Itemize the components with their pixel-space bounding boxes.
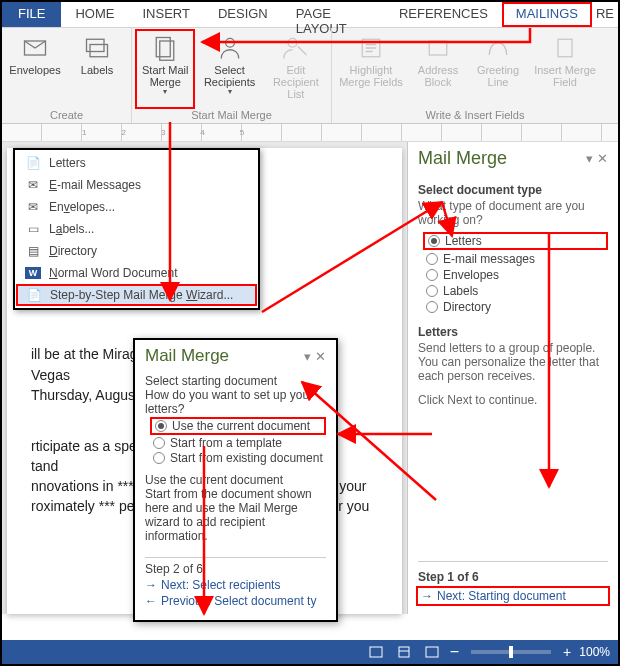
menu-item-wizard[interactable]: 📄 Step-by-Step Mail Merge Wizard... [16, 284, 257, 306]
radio-email-messages[interactable]: E-mail messages [426, 252, 608, 266]
greeting-line-button: Greeting Line [470, 30, 526, 108]
tab-design[interactable]: DESIGN [204, 2, 282, 27]
envelopes-button[interactable]: Envelopes [6, 30, 64, 108]
radio-envelopes[interactable]: Envelopes [426, 268, 608, 282]
start-mail-merge-menu: 📄 Letters ✉ E-mail Messages ✉ Envelopes.… [13, 148, 260, 310]
next-select-recipients-link[interactable]: → Next: Select recipients [145, 578, 326, 592]
tab-insert[interactable]: INSERT [128, 2, 203, 27]
ribbon: Envelopes Labels Create Start Mail Merge… [2, 28, 618, 124]
group-write-fields: Highlight Merge Fields Address Block Gre… [332, 28, 618, 123]
letters-desc: Send letters to a group of people. You c… [418, 341, 608, 383]
svg-rect-1 [87, 39, 105, 51]
tab-references[interactable]: REFERENCES [385, 2, 502, 27]
mail-icon: ✉ [25, 178, 41, 192]
start-mail-merge-button[interactable]: Start Mail Merge ▾ [136, 30, 194, 108]
radio-use-current[interactable]: Use the current document [150, 417, 326, 435]
zoom-plus[interactable]: + [563, 644, 571, 660]
radio-from-existing[interactable]: Start from existing document [153, 451, 326, 465]
tab-file[interactable]: FILE [2, 2, 61, 27]
ruler-mark: 2 [121, 128, 125, 137]
close-icon[interactable]: ✕ [597, 151, 608, 166]
click-next-text: Click Next to continue. [418, 393, 608, 407]
view-web-icon[interactable] [422, 643, 442, 661]
doc-text: roximately *** pe [31, 498, 135, 514]
group-create-caption: Create [6, 108, 127, 121]
tab-mailings[interactable]: MAILINGS [502, 2, 592, 27]
group-create: Envelopes Labels Create [2, 28, 132, 123]
chevron-down-icon: ▾ [228, 88, 232, 97]
section-letters: Letters [418, 325, 608, 339]
doc-text: Thursday, August [31, 387, 139, 403]
radio-icon [428, 235, 440, 247]
menu-label: Labels... [49, 222, 94, 236]
labels-button[interactable]: Labels [68, 30, 126, 108]
select-recipients-button[interactable]: Select Recipients ▾ [198, 30, 260, 108]
question-starting-doc: How do you want to set up your letters? [145, 388, 326, 416]
view-print-icon[interactable] [394, 643, 414, 661]
tab-home[interactable]: HOME [61, 2, 128, 27]
group-start-mail-merge: Start Mail Merge ▾ Select Recipients ▾ E… [132, 28, 332, 123]
highlight-merge-fields-button: Highlight Merge Fields [336, 30, 406, 108]
svg-rect-13 [426, 647, 438, 657]
select-recipients-label: Select Recipients [204, 64, 255, 88]
ruler-mark: 5 [240, 128, 244, 137]
greeting-line-label: Greeting Line [477, 64, 519, 88]
radio-icon [426, 301, 438, 313]
start-mail-merge-label: Start Mail Merge [142, 64, 188, 88]
doc-text: r you [338, 498, 369, 514]
mail-merge-pane-step2: Mail Merge ▾ ✕ Select starting document … [133, 338, 338, 622]
ruler: 1 2 3 4 5 [2, 124, 618, 142]
pane-title: Mail Merge [145, 346, 229, 366]
envelope-icon: ✉ [25, 200, 41, 214]
menu-item-directory[interactable]: ▤ Directory [15, 240, 258, 262]
radio-icon [426, 269, 438, 281]
next-link-label: Next: Starting document [437, 589, 566, 603]
insert-merge-field-label: Insert Merge Field [534, 64, 596, 88]
menu-item-normal-word-doc[interactable]: W Normal Word Document [15, 262, 258, 284]
step-indicator: Step 2 of 6 [145, 562, 326, 576]
menu-item-labels[interactable]: ▭ Labels... [15, 218, 258, 240]
zoom-slider[interactable] [471, 650, 551, 654]
radio-letters[interactable]: Letters [423, 232, 608, 250]
radio-label: Directory [443, 300, 491, 314]
svg-rect-2 [90, 45, 108, 57]
radio-label: Envelopes [443, 268, 499, 282]
step-indicator: Step 1 of 6 [418, 570, 608, 584]
word-icon: W [25, 267, 41, 279]
menu-label: Directory [49, 244, 97, 258]
radio-icon [426, 285, 438, 297]
view-readmode-icon[interactable] [366, 643, 386, 661]
menu-label: Normal Word Document [49, 266, 178, 280]
close-icon[interactable]: ✕ [315, 349, 326, 364]
highlight-fields-label: Highlight Merge Fields [339, 64, 403, 88]
arrow-right-icon: → [421, 589, 433, 603]
next-starting-document-link[interactable]: → Next: Starting document [418, 588, 608, 604]
section-select-doc-type: Select document type [418, 183, 608, 197]
address-block-label: Address Block [418, 64, 458, 88]
menu-item-envelopes[interactable]: ✉ Envelopes... [15, 196, 258, 218]
radio-labels[interactable]: Labels [426, 284, 608, 298]
zoom-minus[interactable]: − [450, 643, 459, 661]
group-start-caption: Start Mail Merge [136, 108, 327, 121]
radio-icon [426, 253, 438, 265]
insert-merge-field-button: Insert Merge Field [530, 30, 600, 108]
radio-label: Letters [445, 234, 482, 248]
edit-recipient-list-label: Edit Recipient List [265, 64, 327, 100]
pane-dropdown-icon[interactable]: ▾ [586, 151, 593, 166]
zoom-level[interactable]: 100% [579, 645, 610, 659]
doc-text: rticipate as a spea [31, 438, 145, 454]
menu-item-letters[interactable]: 📄 Letters [15, 152, 258, 174]
ribbon-tabs: FILE HOME INSERT DESIGN PAGE LAYOUT REFE… [2, 2, 618, 28]
pane-dropdown-icon[interactable]: ▾ [304, 349, 311, 364]
envelopes-label: Envelopes [9, 64, 60, 76]
radio-from-template[interactable]: Start from a template [153, 436, 326, 450]
radio-label: Labels [443, 284, 478, 298]
radio-directory[interactable]: Directory [426, 300, 608, 314]
radio-label: E-mail messages [443, 252, 535, 266]
menu-item-email[interactable]: ✉ E-mail Messages [15, 174, 258, 196]
tab-pagelayout[interactable]: PAGE LAYOUT [282, 2, 385, 27]
mail-merge-pane-step1: Mail Merge ▾ ✕ Select document type What… [407, 142, 618, 614]
previous-select-doc-type-link[interactable]: ← Previous: Select document ty [145, 594, 326, 608]
svg-point-5 [225, 38, 234, 47]
doc-text: nnovations in *** a [31, 478, 145, 494]
